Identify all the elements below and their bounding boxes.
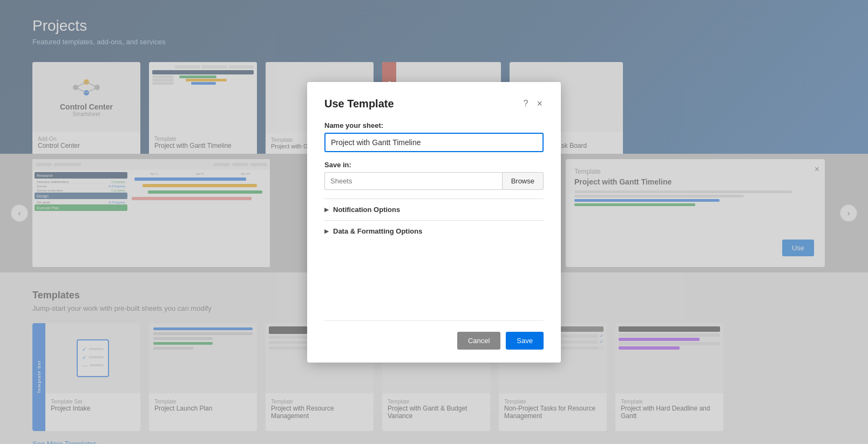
save-in-label: Save in: <box>324 161 544 169</box>
notification-arrow-icon: ▶ <box>324 207 329 213</box>
data-formatting-options-label: Data & Formatting Options <box>333 227 422 235</box>
data-formatting-options-header[interactable]: ▶ Data & Formatting Options <box>324 227 544 235</box>
cancel-button[interactable]: Cancel <box>457 332 500 350</box>
sheet-name-input[interactable] <box>324 133 544 152</box>
save-in-row: Browse <box>324 172 544 190</box>
save-in-input[interactable] <box>324 172 502 190</box>
data-formatting-arrow-icon: ▶ <box>324 228 329 234</box>
browse-button[interactable]: Browse <box>502 172 544 190</box>
name-label: Name your sheet: <box>324 121 544 129</box>
modal-help-button[interactable]: ? <box>523 98 530 110</box>
notification-options-header[interactable]: ▶ Notification Options <box>324 206 544 214</box>
notification-options-accordion[interactable]: ▶ Notification Options <box>324 199 544 220</box>
modal-header: Use Template ? × <box>324 97 544 111</box>
notification-options-label: Notification Options <box>333 206 400 214</box>
modal-footer: Cancel Save <box>324 320 544 350</box>
modal-close-button[interactable]: × <box>535 97 544 111</box>
use-template-modal: Use Template ? × Name your sheet: Save i… <box>307 82 561 363</box>
modal-overlay: Use Template ? × Name your sheet: Save i… <box>0 0 868 444</box>
data-formatting-options-accordion[interactable]: ▶ Data & Formatting Options <box>324 220 544 242</box>
save-button[interactable]: Save <box>506 332 544 350</box>
modal-title: Use Template <box>324 98 394 110</box>
